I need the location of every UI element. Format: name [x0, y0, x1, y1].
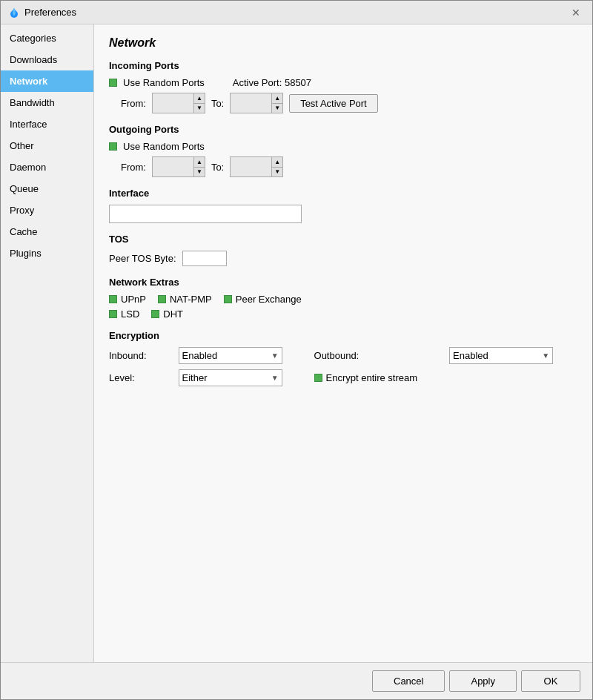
apply-button[interactable]: Apply	[449, 670, 517, 692]
network-extras-title: Network Extras	[109, 277, 577, 288]
to-down-outgoing[interactable]: ▼	[272, 167, 282, 176]
tos-row: Peer TOS Byte: 0x00	[109, 251, 577, 266]
sidebar-item-proxy[interactable]: Proxy	[1, 199, 93, 221]
from-down-outgoing[interactable]: ▼	[194, 167, 205, 176]
sidebar-item-daemon[interactable]: Daemon	[1, 156, 93, 178]
sidebar-item-cache[interactable]: Cache	[1, 221, 93, 242]
content-area: Categories Downloads Network Bandwidth I…	[1, 24, 592, 662]
outbound-value: Enabled	[453, 350, 488, 361]
main-panel: Network Incoming Ports Use Random Ports …	[94, 24, 592, 662]
peer-exchange-checkbox[interactable]	[224, 295, 232, 303]
from-up-outgoing[interactable]: ▲	[194, 157, 205, 167]
dht-checkbox[interactable]	[151, 310, 159, 318]
interface-input[interactable]	[109, 205, 302, 223]
to-input-incoming[interactable]: 6891	[231, 93, 271, 113]
inbound-label: Inbound:	[109, 350, 171, 361]
sidebar-item-other[interactable]: Other	[1, 135, 93, 156]
level-arrow: ▼	[271, 374, 279, 382]
sidebar-item-categories[interactable]: Categories	[1, 27, 93, 49]
to-up-outgoing[interactable]: ▲	[272, 157, 282, 167]
outbound-dropdown[interactable]: Enabled ▼	[449, 347, 553, 364]
title-bar: Preferences ✕	[1, 1, 592, 24]
peer-tos-label: Peer TOS Byte:	[109, 253, 176, 264]
outgoing-random-label: Use Random Ports	[123, 141, 205, 152]
from-up-incoming[interactable]: ▲	[194, 93, 205, 103]
active-port-label: Active Port: 58507	[233, 77, 311, 88]
to-input-outgoing[interactable]: 0	[231, 157, 271, 176]
peer-tos-input[interactable]: 0x00	[182, 251, 227, 266]
to-spinbox-outgoing[interactable]: 0 ▲ ▼	[230, 156, 283, 177]
title-bar-left: Preferences	[8, 7, 76, 19]
extras-row-1: UPnP NAT-PMP Peer Exchange	[109, 294, 577, 305]
to-arrows-incoming: ▲ ▼	[271, 93, 282, 113]
lsd-checkbox[interactable]	[109, 310, 117, 318]
upnp-checkbox[interactable]	[109, 295, 117, 303]
incoming-random-row: Use Random Ports Active Port: 58507	[109, 77, 577, 88]
incoming-random-checkbox[interactable]	[109, 79, 117, 87]
interface-title: Interface	[109, 188, 577, 199]
test-active-port-button[interactable]: Test Active Port	[289, 94, 378, 113]
peer-exchange-item: Peer Exchange	[224, 294, 302, 305]
encrypt-stream-checkbox[interactable]	[314, 374, 322, 382]
sidebar-item-network[interactable]: Network	[1, 70, 93, 92]
sidebar-item-plugins[interactable]: Plugins	[1, 242, 93, 264]
to-up-incoming[interactable]: ▲	[272, 93, 282, 103]
lsd-label: LSD	[121, 308, 139, 320]
to-arrows-outgoing: ▲ ▼	[271, 157, 282, 176]
nat-pmp-item: NAT-PMP	[158, 294, 212, 305]
sidebar-item-queue[interactable]: Queue	[1, 178, 93, 199]
window-title: Preferences	[24, 7, 76, 18]
dht-item: DHT	[151, 308, 183, 320]
inbound-value: Enabled	[182, 350, 218, 361]
outbound-arrow: ▼	[542, 351, 549, 360]
inbound-arrow: ▼	[271, 351, 279, 360]
incoming-random-label: Use Random Ports	[123, 77, 205, 88]
bottom-bar: Cancel Apply OK	[1, 662, 592, 699]
sidebar: Categories Downloads Network Bandwidth I…	[1, 24, 94, 662]
inbound-dropdown[interactable]: Enabled ▼	[179, 347, 282, 364]
from-label-incoming: From:	[121, 98, 146, 109]
encryption-grid: Inbound: Enabled ▼ Outbound: Enabled ▼ L…	[109, 347, 577, 386]
upnp-label: UPnP	[121, 294, 146, 305]
outgoing-random-checkbox[interactable]	[109, 142, 117, 151]
dht-label: DHT	[163, 308, 183, 320]
to-down-incoming[interactable]: ▼	[272, 103, 282, 113]
sidebar-item-interface[interactable]: Interface	[1, 113, 93, 135]
peer-exchange-label: Peer Exchange	[236, 294, 302, 305]
nat-pmp-checkbox[interactable]	[158, 295, 166, 303]
from-spinbox-outgoing[interactable]: 0 ▲ ▼	[152, 156, 205, 177]
ok-button[interactable]: OK	[521, 670, 580, 692]
upnp-item: UPnP	[109, 294, 146, 305]
to-spinbox-incoming[interactable]: 6891 ▲ ▼	[230, 93, 283, 113]
from-input-outgoing[interactable]: 0	[153, 157, 193, 176]
panel-title: Network	[109, 36, 577, 50]
encryption-title: Encryption	[109, 330, 577, 341]
to-label-outgoing: To:	[211, 162, 224, 173]
from-arrows-incoming: ▲ ▼	[193, 93, 205, 113]
from-spinbox-incoming[interactable]: 6881 ▲ ▼	[152, 93, 205, 113]
incoming-ports-title: Incoming Ports	[109, 60, 577, 71]
from-input-incoming[interactable]: 6881	[153, 93, 193, 113]
preferences-window: Preferences ✕ Categories Downloads Netwo…	[0, 0, 593, 700]
level-dropdown[interactable]: Either ▼	[179, 369, 282, 386]
outgoing-range-row: From: 0 ▲ ▼ To: 0 ▲ ▼	[121, 156, 577, 177]
from-down-incoming[interactable]: ▼	[194, 103, 205, 113]
cancel-button[interactable]: Cancel	[372, 670, 445, 692]
from-arrows-outgoing: ▲ ▼	[193, 157, 205, 176]
sidebar-item-bandwidth[interactable]: Bandwidth	[1, 92, 93, 113]
level-label: Level:	[109, 372, 171, 383]
level-value: Either	[182, 372, 208, 383]
encrypt-stream-label: Encrypt entire stream	[326, 372, 418, 383]
encrypt-stream-row: Encrypt entire stream	[314, 372, 443, 383]
to-label-incoming: To:	[211, 98, 224, 109]
extras-row-2: LSD DHT	[109, 308, 577, 320]
tos-title: TOS	[109, 234, 577, 245]
from-label-outgoing: From:	[121, 162, 146, 173]
sidebar-item-downloads[interactable]: Downloads	[1, 49, 93, 70]
incoming-range-row: From: 6881 ▲ ▼ To: 6891 ▲ ▼ Test Act	[121, 93, 577, 113]
app-icon	[8, 7, 20, 19]
outbound-label: Outbound:	[314, 350, 443, 361]
close-button[interactable]: ✕	[567, 5, 585, 20]
outgoing-random-row: Use Random Ports	[109, 141, 577, 152]
nat-pmp-label: NAT-PMP	[170, 294, 212, 305]
